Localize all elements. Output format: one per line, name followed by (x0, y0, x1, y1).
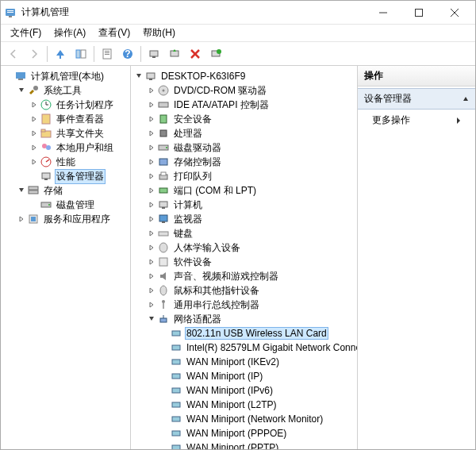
app-icon (4, 6, 17, 19)
dev-nic-5[interactable]: WAN Miniport (L2TP) (158, 398, 355, 412)
tree-services-apps[interactable]: 服务和应用程序 (15, 212, 129, 226)
update-driver-button[interactable] (165, 44, 184, 63)
dev-nic-3-icon (170, 370, 182, 383)
minimize-button[interactable] (365, 1, 401, 25)
dev-soft[interactable]: 软件设备 (145, 255, 355, 269)
refresh-button[interactable] (206, 44, 225, 63)
tree-performance[interactable]: 性能 (28, 155, 129, 169)
expand-icon[interactable] (147, 114, 156, 124)
svg-point-65 (162, 300, 165, 303)
properties-button[interactable] (98, 44, 117, 63)
dev-hid[interactable]: 人体学输入设备 (145, 240, 355, 255)
dev-disk[interactable]: 磁盘驱动器 (145, 140, 355, 155)
collapse-icon[interactable] (17, 86, 26, 95)
tree-shared-folders[interactable]: 共享文件夹 (28, 126, 129, 140)
svg-rect-60 (162, 221, 165, 223)
expand-icon[interactable] (29, 129, 39, 138)
svg-rect-37 (44, 179, 48, 180)
collapse-icon[interactable] (17, 186, 26, 195)
expand-icon[interactable] (147, 129, 156, 138)
expand-icon[interactable] (147, 157, 156, 167)
dev-nic-7[interactable]: WAN Miniport (PPPOE) (158, 426, 355, 440)
expand-icon[interactable] (147, 86, 156, 95)
expand-icon[interactable] (147, 214, 156, 224)
svg-point-64 (160, 286, 167, 295)
tree-system-tools[interactable]: 系统工具 (15, 83, 129, 98)
tree-event-viewer[interactable]: 事件查看器 (28, 112, 129, 126)
dev-net[interactable]: 网络适配器 (145, 312, 355, 326)
uninstall-button[interactable] (186, 44, 205, 63)
expand-icon[interactable] (29, 143, 39, 152)
svg-rect-17 (152, 56, 155, 58)
actions-pane: 操作 设备管理器 更多操作 (358, 66, 475, 449)
dev-print[interactable]: 打印队列 (145, 169, 355, 183)
help-button[interactable]: ? (118, 44, 137, 63)
dev-nic-6[interactable]: WAN Miniport (Network Monitor) (158, 412, 355, 426)
dev-sec[interactable]: 安全设备 (145, 112, 355, 126)
collapse-icon[interactable] (134, 71, 144, 81)
perf-icon (40, 156, 52, 168)
maximize-button[interactable] (401, 1, 436, 25)
menu-action[interactable]: 操作(A) (48, 25, 92, 41)
clock-icon (40, 98, 52, 111)
expand-icon[interactable] (147, 200, 156, 210)
dev-comp[interactable]: 计算机 (145, 198, 355, 212)
actions-section[interactable]: 设备管理器 (358, 88, 475, 110)
svg-point-41 (48, 204, 50, 206)
expand-icon[interactable] (29, 100, 39, 110)
tree-task-scheduler[interactable]: 任务计划程序 (28, 98, 129, 112)
dev-dvd[interactable]: DVD/CD-ROM 驱动器 (145, 83, 355, 98)
dev-audio[interactable]: 声音、视频和游戏控制器 (145, 269, 355, 283)
svg-rect-69 (172, 331, 180, 336)
dev-nic-8[interactable]: WAN Miniport (PPTP) (158, 440, 355, 449)
actions-more[interactable]: 更多操作 (358, 110, 475, 131)
dev-mon[interactable]: 监视器 (145, 212, 355, 226)
dev-host-icon (144, 70, 157, 83)
console-tree-pane[interactable]: 计算机管理(本地) 系统工具 任务计划程序 事件查看器 共享文件夹 (1, 66, 131, 449)
expand-icon[interactable] (147, 100, 156, 110)
dev-nic-0[interactable]: 802.11n USB Wireless LAN Card (158, 326, 355, 340)
close-button[interactable] (436, 1, 472, 25)
show-hide-tree-button[interactable] (71, 44, 90, 63)
dev-nic-2[interactable]: WAN Miniport (IKEv2) (158, 355, 355, 369)
menu-view[interactable]: 查看(V) (92, 25, 136, 41)
tree-storage[interactable]: 存储 (15, 183, 129, 198)
tree-local-users[interactable]: 本地用户和组 (28, 140, 129, 155)
expand-icon[interactable] (29, 157, 39, 167)
tree-root[interactable]: 计算机管理(本地) (2, 69, 129, 83)
svg-rect-63 (159, 258, 167, 266)
up-button[interactable] (51, 44, 70, 63)
device-tree-pane[interactable]: DESKTOP-K63I6F9DVD/CD-ROM 驱动器IDE ATA/ATA… (131, 66, 358, 449)
tree-disk-mgmt[interactable]: 磁盘管理 (28, 198, 129, 212)
dev-usb[interactable]: 通用串行总线控制器 (145, 298, 355, 312)
expand-icon[interactable] (147, 271, 156, 281)
expand-icon[interactable] (147, 257, 156, 267)
dev-nic-8-icon (170, 441, 182, 449)
svg-point-33 (46, 145, 51, 150)
expand-icon[interactable] (147, 143, 156, 152)
expand-icon[interactable] (147, 229, 156, 238)
dev-host[interactable]: DESKTOP-K63I6F9 (132, 69, 355, 83)
menu-help[interactable]: 帮助(H) (136, 25, 182, 41)
dev-kbd[interactable]: 键盘 (145, 226, 355, 240)
dev-nic-1[interactable]: Intel(R) 82579LM Gigabit Network Connect… (158, 340, 355, 355)
dev-nic-4[interactable]: WAN Miniport (IPv6) (158, 383, 355, 398)
svg-rect-48 (159, 102, 168, 107)
menu-file[interactable]: 文件(F) (4, 25, 48, 41)
tree-device-manager[interactable]: 设备管理器 (28, 169, 129, 183)
expand-icon[interactable] (147, 171, 156, 181)
dev-mouse[interactable]: 鼠标和其他指针设备 (145, 283, 355, 298)
dev-nic-3[interactable]: WAN Miniport (IP) (158, 369, 355, 383)
dev-cpu[interactable]: 处理器 (145, 126, 355, 140)
expand-icon[interactable] (29, 114, 39, 124)
expand-icon[interactable] (147, 186, 156, 195)
expand-icon[interactable] (147, 243, 156, 252)
expand-icon[interactable] (17, 214, 26, 224)
dev-ide[interactable]: IDE ATA/ATAPI 控制器 (145, 98, 355, 112)
scan-button[interactable] (144, 44, 163, 63)
dev-ports[interactable]: 端口 (COM 和 LPT) (145, 183, 355, 198)
expand-icon[interactable] (147, 286, 156, 295)
collapse-icon[interactable] (147, 314, 156, 324)
expand-icon[interactable] (147, 300, 156, 310)
dev-stor[interactable]: 存储控制器 (145, 155, 355, 169)
